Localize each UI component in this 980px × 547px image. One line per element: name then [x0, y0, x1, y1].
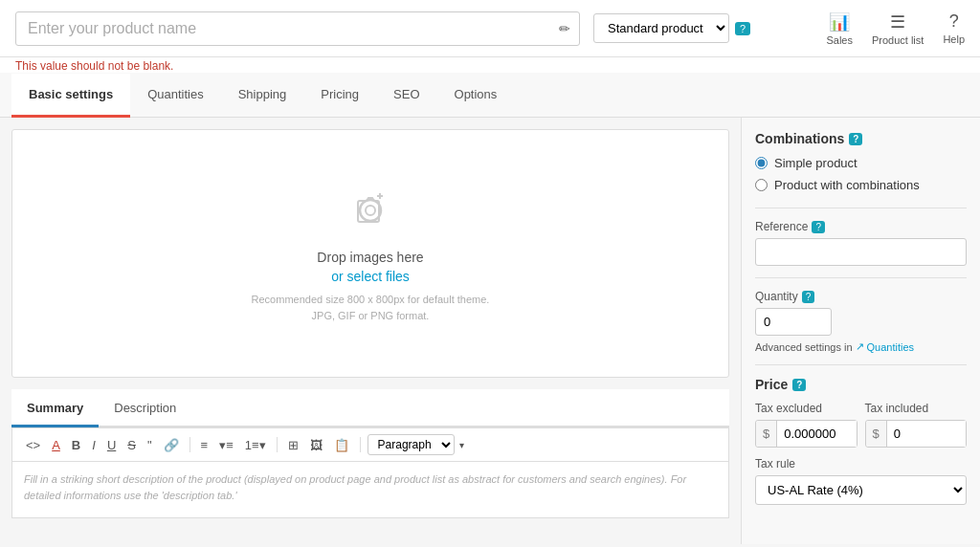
toolbar-sep3	[360, 437, 361, 452]
camera-icon	[346, 184, 394, 240]
nav-product-list[interactable]: ☰ Product list	[872, 11, 924, 46]
quantity-label: Quantity ?	[755, 290, 967, 303]
reference-label: Reference ?	[755, 220, 967, 233]
image-drop-area[interactable]: Drop images here or select files Recomme…	[11, 129, 729, 378]
nav-sales[interactable]: 📊 Sales	[826, 11, 853, 46]
tab-options[interactable]: Options	[437, 74, 515, 118]
toolbar-text-color-btn[interactable]: A	[48, 436, 64, 454]
radio-combinations-input[interactable]	[755, 179, 768, 191]
product-type-wrap: Standard product Pack of products Virtua…	[593, 13, 750, 43]
divider-1	[755, 208, 967, 208]
topbar-nav: 📊 Sales ☰ Product list ? Help	[826, 11, 965, 46]
product-type-info-badge[interactable]: ?	[735, 22, 750, 35]
tax-included-col: Tax included $	[865, 402, 968, 448]
toolbar-sep2	[277, 437, 278, 452]
left-panel: Drop images here or select files Recomme…	[0, 118, 741, 544]
toolbar-link-btn[interactable]: 🔗	[160, 436, 183, 454]
paragraph-chevron: ▾	[459, 440, 464, 450]
editor-area[interactable]: Fill in a striking short description of …	[11, 461, 729, 518]
toolbar-quote-btn[interactable]: "	[144, 436, 156, 454]
tax-excluded-label: Tax excluded	[755, 402, 858, 415]
toolbar-code-btn[interactable]: <>	[22, 436, 44, 454]
tax-included-input[interactable]	[887, 421, 966, 447]
combinations-info-badge[interactable]: ?	[849, 133, 862, 145]
nav-sales-label: Sales	[826, 34, 853, 46]
quantity-info-badge[interactable]: ?	[802, 291, 815, 303]
product-name-input[interactable]	[15, 11, 580, 46]
editor-hint: Fill in a striking short description of …	[24, 473, 686, 501]
external-link-icon: ↗	[856, 340, 864, 353]
quantities-link[interactable]: Quantities	[867, 341, 915, 353]
price-row: Tax excluded $ Tax included $	[755, 402, 967, 448]
toolbar-bold-btn[interactable]: B	[68, 436, 84, 454]
validation-error: This value should not be blank.	[0, 57, 980, 73]
toolbar-table-btn[interactable]: ⊞	[284, 436, 302, 454]
select-files-link[interactable]: or select files	[331, 269, 410, 284]
tax-rule-label: Tax rule	[755, 457, 967, 470]
nav-help-label: Help	[943, 33, 965, 45]
editor-toolbar: <> A B I U S " 🔗 ≡ ▾≡ 1≡▾ ⊞ 🖼 📋 Paragrap…	[11, 427, 729, 461]
edit-icon: ✏	[559, 21, 570, 36]
divider-3	[755, 364, 967, 365]
tab-pricing[interactable]: Pricing	[303, 74, 376, 118]
divider-2	[755, 277, 967, 278]
drop-text: Drop images here	[317, 250, 423, 265]
toolbar-sep1	[189, 437, 190, 452]
toolbar-clipboard-btn[interactable]: 📋	[330, 436, 353, 454]
tab-shipping[interactable]: Shipping	[221, 74, 304, 118]
nav-help[interactable]: ? Help	[943, 11, 965, 45]
tax-rule-select[interactable]: US-AL Rate (4%) No tax	[755, 475, 967, 505]
tab-seo[interactable]: SEO	[376, 74, 436, 118]
quantity-input[interactable]	[755, 308, 832, 336]
sales-icon: 📊	[829, 11, 850, 33]
reference-input[interactable]	[755, 238, 967, 266]
sub-tab-summary[interactable]: Summary	[11, 391, 99, 427]
toolbar-align-btn[interactable]: ≡	[197, 436, 212, 454]
combinations-title: Combinations ?	[755, 131, 967, 146]
product-type-select[interactable]: Standard product Pack of products Virtua…	[593, 13, 729, 43]
tax-included-label: Tax included	[865, 402, 968, 415]
tax-excluded-col: Tax excluded $	[755, 402, 858, 448]
radio-simple-input[interactable]	[755, 157, 768, 169]
tax-included-wrap: $	[865, 420, 968, 448]
tab-basic-settings[interactable]: Basic settings	[11, 74, 130, 118]
list-icon: ☰	[890, 11, 905, 33]
toolbar-underline-btn[interactable]: U	[103, 436, 120, 454]
sub-tabs: Summary Description	[11, 389, 729, 427]
toolbar-italic-btn[interactable]: I	[88, 436, 100, 454]
drop-hint: Recommended size 800 x 800px for default…	[252, 292, 490, 323]
toolbar-ordered-list-btn[interactable]: 1≡▾	[241, 436, 270, 454]
topbar: ✏ Standard product Pack of products Virt…	[0, 0, 980, 57]
sub-tab-description[interactable]: Description	[99, 391, 191, 427]
radio-with-combinations[interactable]: Product with combinations	[755, 178, 967, 192]
toolbar-strikethrough-btn[interactable]: S	[123, 436, 140, 454]
toolbar-paragraph-select[interactable]: Paragraph	[368, 434, 455, 455]
nav-product-list-label: Product list	[872, 34, 924, 46]
svg-point-1	[366, 206, 375, 215]
right-panel: Combinations ? Simple product Product wi…	[741, 118, 980, 544]
price-info-badge[interactable]: ?	[792, 379, 806, 391]
reference-info-badge[interactable]: ?	[812, 221, 825, 233]
page-wrapper: ✏ Standard product Pack of products Virt…	[0, 0, 980, 547]
toolbar-image-btn[interactable]: 🖼	[306, 436, 326, 454]
tab-quantities[interactable]: Quantities	[130, 74, 221, 118]
price-title: Price ?	[755, 377, 967, 392]
tax-included-symbol: $	[866, 421, 887, 447]
tabs-bar: Basic settings Quantities Shipping Prici…	[0, 73, 980, 118]
combinations-radio-group: Simple product Product with combinations	[755, 156, 967, 192]
radio-simple-product[interactable]: Simple product	[755, 156, 967, 170]
tax-excluded-input[interactable]	[777, 421, 856, 447]
tax-excluded-symbol: $	[756, 421, 777, 447]
adv-settings-link-wrap: Advanced settings in ↗ Quantities	[755, 340, 967, 353]
tax-excluded-wrap: $	[755, 420, 858, 448]
product-name-wrap: ✏	[15, 11, 580, 46]
main-content: Drop images here or select files Recomme…	[0, 118, 980, 544]
toolbar-list-btn[interactable]: ▾≡	[215, 436, 237, 454]
help-icon: ?	[949, 11, 959, 32]
svg-point-0	[360, 200, 381, 221]
